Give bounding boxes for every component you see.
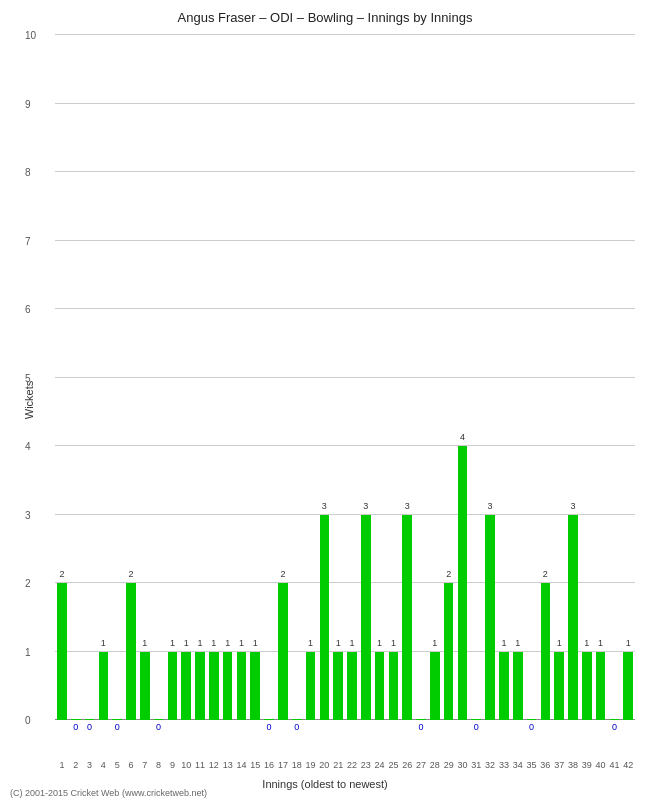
bar-value-label: 3 xyxy=(322,501,327,511)
bar: 1 xyxy=(513,652,523,721)
bar: 1 xyxy=(596,652,606,721)
bar-value-label: 2 xyxy=(128,569,133,579)
bar: 1 xyxy=(140,652,150,721)
x-axis-tick-label: 26 xyxy=(400,760,414,770)
bar-group: 0 xyxy=(414,35,428,720)
y-axis-tick-label: 8 xyxy=(25,167,31,178)
bar-zero-label: 0 xyxy=(73,722,78,732)
x-axis-tick-label: 5 xyxy=(110,760,124,770)
x-axis-tick-label: 7 xyxy=(138,760,152,770)
x-axis-tick-label: 29 xyxy=(442,760,456,770)
x-axis-tick-label: 42 xyxy=(621,760,635,770)
bar-group: 1 xyxy=(96,35,110,720)
bar-value-label: 1 xyxy=(336,638,341,648)
bar-group: 3 xyxy=(317,35,331,720)
x-axis-tick-label: 4 xyxy=(96,760,110,770)
bar-group: 1 xyxy=(207,35,221,720)
x-axis-tick-label: 23 xyxy=(359,760,373,770)
bar-group: 1 xyxy=(193,35,207,720)
bar-group: 1 xyxy=(235,35,249,720)
x-axis-tick-label: 25 xyxy=(387,760,401,770)
bar-value-label: 1 xyxy=(598,638,603,648)
bar-group: 2 xyxy=(276,35,290,720)
x-axis-tick-label: 27 xyxy=(414,760,428,770)
bar-value-label: 1 xyxy=(349,638,354,648)
x-axis-tick-label: 10 xyxy=(179,760,193,770)
bar xyxy=(112,719,122,720)
bar: 2 xyxy=(278,583,288,720)
chart-title: Angus Fraser – ODI – Bowling – Innings b… xyxy=(0,0,650,30)
bar-value-label: 1 xyxy=(184,638,189,648)
bar-group: 1 xyxy=(373,35,387,720)
x-axis-tick-label: 34 xyxy=(511,760,525,770)
bar-value-label: 2 xyxy=(59,569,64,579)
bar-value-label: 3 xyxy=(570,501,575,511)
bar-zero-label: 0 xyxy=(294,722,299,732)
bar: 1 xyxy=(430,652,440,721)
bar: 3 xyxy=(320,515,330,721)
x-axis-tick-label: 39 xyxy=(580,760,594,770)
bar-group: 1 xyxy=(166,35,180,720)
x-axis-tick-label: 6 xyxy=(124,760,138,770)
bars-container: 2001021011111110201311311301240311021311… xyxy=(55,35,635,720)
bar-group: 0 xyxy=(469,35,483,720)
x-axis-tick-label: 38 xyxy=(566,760,580,770)
x-labels: 1234567891011121314151617181920212223242… xyxy=(55,760,635,770)
bar: 2 xyxy=(126,583,136,720)
bar-group: 3 xyxy=(400,35,414,720)
bar-value-label: 1 xyxy=(170,638,175,648)
bar xyxy=(416,719,426,720)
bar-group: 2 xyxy=(442,35,456,720)
bar: 3 xyxy=(485,515,495,721)
chart-inner: 0123456789102001021011111110201311311301… xyxy=(55,35,635,720)
bar-group: 1 xyxy=(580,35,594,720)
x-axis-tick-label: 1 xyxy=(55,760,69,770)
y-axis-tick-label: 2 xyxy=(25,578,31,589)
bar: 1 xyxy=(250,652,260,721)
bar-group: 1 xyxy=(497,35,511,720)
x-axis-tick-label: 35 xyxy=(525,760,539,770)
bar-group: 0 xyxy=(152,35,166,720)
chart-area: 0123456789102001021011111110201311311301… xyxy=(55,35,635,720)
bar-value-label: 3 xyxy=(363,501,368,511)
bar-group: 1 xyxy=(511,35,525,720)
y-axis-tick-label: 10 xyxy=(25,30,36,41)
x-axis-tick-label: 17 xyxy=(276,760,290,770)
bar-group: 0 xyxy=(262,35,276,720)
bar-value-label: 1 xyxy=(308,638,313,648)
bar-value-label: 1 xyxy=(211,638,216,648)
bar xyxy=(610,719,620,720)
bar-group: 1 xyxy=(621,35,635,720)
x-axis-tick-label: 19 xyxy=(304,760,318,770)
bar: 1 xyxy=(347,652,357,721)
x-axis-tick-label: 30 xyxy=(456,760,470,770)
bar: 1 xyxy=(99,652,109,721)
bar: 1 xyxy=(195,652,205,721)
bar-value-label: 1 xyxy=(253,638,258,648)
x-axis-tick-label: 20 xyxy=(317,760,331,770)
y-axis-tick-label: 5 xyxy=(25,372,31,383)
bar: 1 xyxy=(623,652,633,721)
x-axis-tick-label: 41 xyxy=(608,760,622,770)
x-axis-tick-label: 18 xyxy=(290,760,304,770)
bar-value-label: 3 xyxy=(488,501,493,511)
bar-group: 2 xyxy=(124,35,138,720)
bar-value-label: 2 xyxy=(280,569,285,579)
bar: 1 xyxy=(168,652,178,721)
bar-zero-label: 0 xyxy=(87,722,92,732)
bar-group: 0 xyxy=(525,35,539,720)
x-axis-tick-label: 31 xyxy=(469,760,483,770)
bar-group: 0 xyxy=(110,35,124,720)
bar-value-label: 2 xyxy=(543,569,548,579)
bar xyxy=(71,719,81,720)
bar: 1 xyxy=(333,652,343,721)
y-axis-tick-label: 0 xyxy=(25,715,31,726)
x-axis-tick-label: 2 xyxy=(69,760,83,770)
bar xyxy=(527,719,537,720)
x-axis-tick-label: 9 xyxy=(166,760,180,770)
bar: 1 xyxy=(389,652,399,721)
x-axis-tick-label: 22 xyxy=(345,760,359,770)
x-axis-tick-label: 28 xyxy=(428,760,442,770)
bar: 1 xyxy=(582,652,592,721)
bar xyxy=(471,719,481,720)
